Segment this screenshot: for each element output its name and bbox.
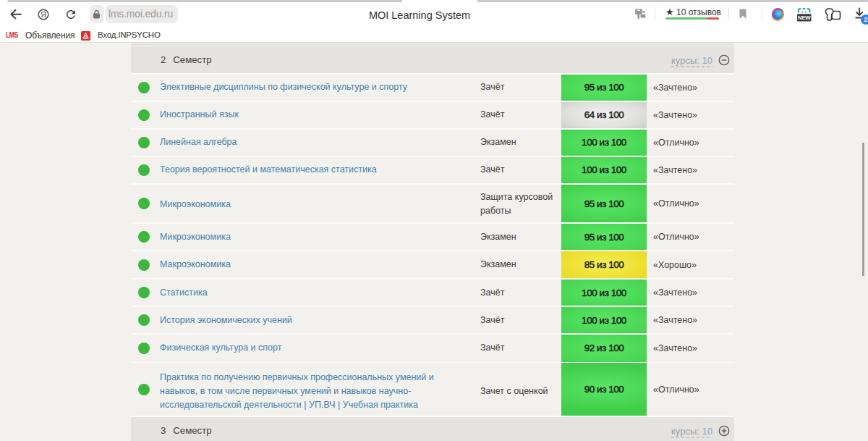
svg-text:Я: Я (41, 10, 46, 19)
svg-text:NEW: NEW (798, 14, 811, 21)
